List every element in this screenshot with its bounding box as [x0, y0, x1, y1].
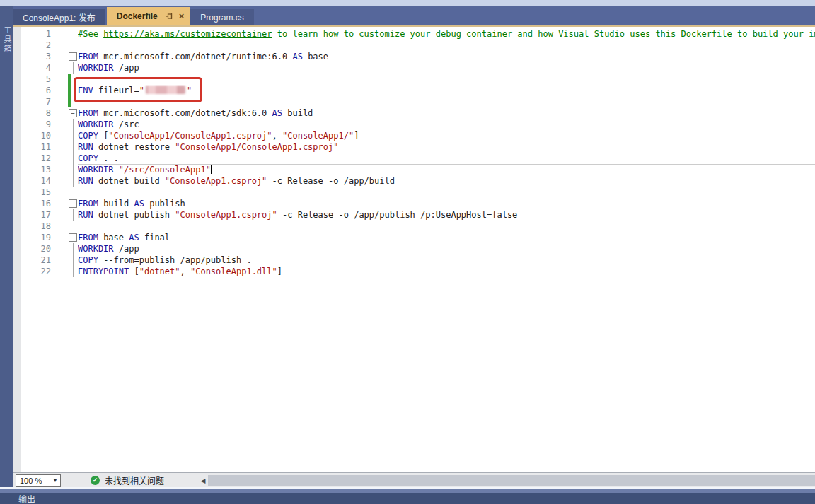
- breakpoint-gutter[interactable]: [51, 62, 68, 74]
- code-line[interactable]: 18: [21, 221, 815, 232]
- code-line[interactable]: 3−FROM mcr.microsoft.com/dotnet/runtime:…: [21, 51, 815, 62]
- breakpoint-gutter[interactable]: [51, 74, 68, 85]
- pin-icon[interactable]: [165, 12, 173, 20]
- code-line[interactable]: 4WORKDIR /app: [21, 62, 815, 74]
- scrollbar-thumb[interactable]: [208, 475, 815, 486]
- fold-collapse-toggle[interactable]: −: [69, 199, 77, 208]
- code-text[interactable]: ENV fileurl="": [78, 85, 815, 96]
- breakpoint-gutter[interactable]: [51, 187, 68, 198]
- code-text[interactable]: WORKDIR /app: [78, 62, 815, 74]
- breakpoint-gutter[interactable]: [51, 175, 68, 187]
- document-tab-bar: ConsoleApp1: 发布 Dockerfile × Program.cs: [13, 6, 815, 25]
- toolbox-tab-label[interactable]: 工具箱: [1, 26, 13, 54]
- code-text[interactable]: [78, 187, 815, 198]
- breakpoint-gutter[interactable]: [51, 153, 68, 164]
- code-line[interactable]: 15: [21, 187, 815, 198]
- breakpoint-gutter[interactable]: [51, 107, 68, 119]
- toolbox-dock-strip[interactable]: 工具箱: [0, 6, 13, 488]
- code-token: ": [187, 86, 192, 95]
- code-line[interactable]: 11RUN dotnet restore "ConsoleApp1/Consol…: [21, 141, 815, 153]
- breakpoint-gutter[interactable]: [51, 221, 68, 232]
- line-number: 11: [21, 141, 51, 153]
- code-line[interactable]: 21COPY --from=publish /app/publish .: [21, 254, 815, 266]
- code-text[interactable]: ENTRYPOINT ["dotnet", "ConsoleApp1.dll"]: [78, 266, 815, 277]
- code-line[interactable]: 9WORKDIR /src: [21, 119, 815, 130]
- tab-dockerfile[interactable]: Dockerfile ×: [107, 7, 190, 25]
- breakpoint-gutter[interactable]: [51, 266, 68, 277]
- code-line[interactable]: 1#See https://aka.ms/customizecontainer …: [21, 28, 815, 40]
- code-text[interactable]: [78, 96, 815, 107]
- code-text[interactable]: [78, 74, 815, 85]
- code-text[interactable]: FROM build AS publish: [78, 198, 815, 209]
- code-line[interactable]: 13WORKDIR "/src/ConsoleApp1": [21, 164, 815, 175]
- code-text[interactable]: COPY ["ConsoleApp1/ConsoleApp1.csproj", …: [78, 130, 815, 141]
- fold-margin: −: [68, 198, 78, 209]
- fold-margin: [68, 28, 78, 40]
- line-number: 7: [21, 96, 51, 107]
- code-line[interactable]: 5: [21, 74, 815, 85]
- code-text[interactable]: FROM base AS final: [78, 232, 815, 243]
- zoom-level-dropdown[interactable]: 100 % ▼: [16, 474, 61, 487]
- code-token: "ConsoleApp1/ConsoleApp1.csproj": [108, 131, 272, 141]
- code-text[interactable]: FROM mcr.microsoft.com/dotnet/runtime:6.…: [78, 51, 815, 62]
- fold-collapse-toggle[interactable]: −: [69, 109, 77, 117]
- breakpoint-gutter[interactable]: [51, 232, 68, 243]
- breakpoint-gutter[interactable]: [51, 254, 68, 266]
- breakpoint-gutter[interactable]: [51, 119, 68, 130]
- breakpoint-gutter[interactable]: [51, 96, 68, 107]
- code-line[interactable]: 17RUN dotnet publish "ConsoleApp1.csproj…: [21, 209, 815, 221]
- breakpoint-gutter[interactable]: [51, 243, 68, 254]
- code-text[interactable]: [78, 40, 815, 51]
- code-line[interactable]: 12COPY . .: [21, 153, 815, 164]
- code-line[interactable]: 2: [21, 40, 815, 51]
- code-token: [: [129, 266, 139, 276]
- fold-margin: [68, 130, 78, 141]
- scroll-left-arrow-icon[interactable]: ◀: [198, 477, 208, 484]
- breakpoint-gutter[interactable]: [51, 141, 68, 153]
- close-icon[interactable]: ×: [179, 12, 185, 20]
- fold-margin: [68, 40, 78, 51]
- breakpoint-gutter[interactable]: [51, 40, 68, 51]
- code-line[interactable]: 16−FROM build AS publish: [21, 198, 815, 209]
- tab-program-cs[interactable]: Program.cs: [190, 9, 253, 25]
- code-text[interactable]: RUN dotnet publish "ConsoleApp1.csproj" …: [78, 209, 815, 221]
- redacted-value: [146, 86, 185, 94]
- breakpoint-gutter[interactable]: [51, 51, 68, 62]
- code-line[interactable]: 10COPY ["ConsoleApp1/ConsoleApp1.csproj"…: [21, 130, 815, 141]
- chevron-down-icon[interactable]: ▼: [50, 478, 60, 483]
- code-text[interactable]: RUN dotnet restore "ConsoleApp1/ConsoleA…: [78, 141, 815, 153]
- code-text[interactable]: WORKDIR /src: [78, 119, 815, 130]
- line-number: 2: [21, 40, 51, 51]
- breakpoint-gutter[interactable]: [51, 198, 68, 209]
- code-line[interactable]: 6ENV fileurl="": [21, 85, 815, 96]
- code-text[interactable]: COPY --from=publish /app/publish .: [78, 254, 815, 266]
- code-text[interactable]: WORKDIR /app: [78, 243, 815, 254]
- document-health-indicator[interactable]: ✓ 未找到相关问题: [91, 474, 164, 486]
- code-line[interactable]: 19−FROM base AS final: [21, 232, 815, 243]
- code-editor[interactable]: 1#See https://aka.ms/customizecontainer …: [13, 25, 815, 474]
- code-line[interactable]: 14RUN dotnet build "ConsoleApp1.csproj" …: [21, 175, 815, 187]
- code-text[interactable]: #See https://aka.ms/customizecontainer t…: [78, 28, 815, 40]
- code-text[interactable]: WORKDIR "/src/ConsoleApp1": [78, 164, 815, 175]
- breakpoint-gutter[interactable]: [51, 130, 68, 141]
- fold-collapse-toggle[interactable]: −: [69, 52, 77, 61]
- breakpoint-gutter[interactable]: [51, 85, 68, 96]
- horizontal-scrollbar[interactable]: ◀: [198, 473, 815, 488]
- tab-label: Dockerfile: [117, 11, 158, 21]
- tab-consoleapp1-publish[interactable]: ConsoleApp1: 发布: [13, 9, 105, 25]
- output-panel-header[interactable]: 输出: [0, 489, 815, 504]
- code-text[interactable]: [78, 221, 815, 232]
- breakpoint-gutter[interactable]: [51, 209, 68, 221]
- breakpoint-gutter[interactable]: [51, 164, 68, 175]
- code-line[interactable]: 22ENTRYPOINT ["dotnet", "ConsoleApp1.dll…: [21, 266, 815, 277]
- code-line[interactable]: 20WORKDIR /app: [21, 243, 815, 254]
- breakpoint-gutter[interactable]: [51, 28, 68, 40]
- code-text[interactable]: RUN dotnet build "ConsoleApp1.csproj" -c…: [78, 175, 815, 187]
- code-text[interactable]: FROM mcr.microsoft.com/dotnet/sdk:6.0 AS…: [78, 107, 815, 119]
- code-text[interactable]: COPY . .: [78, 153, 815, 164]
- code-line[interactable]: 8−FROM mcr.microsoft.com/dotnet/sdk:6.0 …: [21, 107, 815, 119]
- line-number: 15: [21, 187, 51, 198]
- code-line[interactable]: 7: [21, 96, 815, 107]
- code-token: build: [282, 108, 313, 118]
- fold-collapse-toggle[interactable]: −: [69, 233, 77, 242]
